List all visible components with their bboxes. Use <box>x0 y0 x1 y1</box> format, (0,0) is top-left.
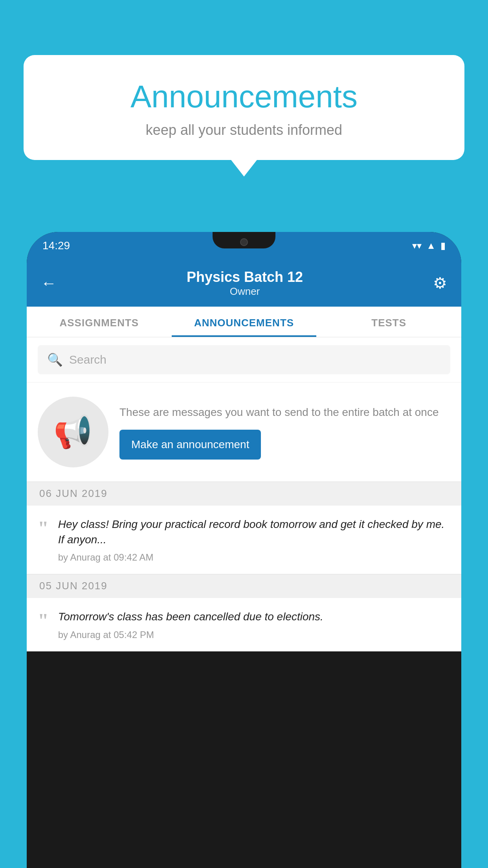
speech-bubble-title: Announcements <box>55 79 433 115</box>
search-placeholder: Search <box>69 353 106 366</box>
speech-bubble-area: Announcements keep all your students inf… <box>24 55 464 160</box>
announcement-content-1: Hey class! Bring your practical record b… <box>58 517 450 563</box>
speech-bubble: Announcements keep all your students inf… <box>24 55 464 160</box>
header-center: Physics Batch 12 Owner <box>187 269 303 298</box>
announcement-icon-circle: 📢 <box>38 397 108 467</box>
announcement-item-1[interactable]: " Hey class! Bring your practical record… <box>27 505 461 574</box>
make-announcement-button[interactable]: Make an announcement <box>119 430 261 460</box>
date-separator-1: 06 JUN 2019 <box>27 482 461 505</box>
user-role: Owner <box>187 285 303 298</box>
empty-content: These are messages you want to send to t… <box>119 405 450 459</box>
search-bar[interactable]: 🔍 Search <box>38 345 450 374</box>
tab-assignments[interactable]: ASSIGNMENTS <box>27 307 172 337</box>
tab-announcements[interactable]: ANNOUNCEMENTS <box>172 307 317 337</box>
battery-icon: ▮ <box>440 240 446 251</box>
announcement-meta-1: by Anurag at 09:42 AM <box>58 552 450 563</box>
date-separator-2: 05 JUN 2019 <box>27 574 461 598</box>
status-time: 14:29 <box>42 239 70 252</box>
search-icon: 🔍 <box>47 352 63 367</box>
announcement-content-2: Tomorrow's class has been cancelled due … <box>58 609 450 640</box>
empty-state: 📢 These are messages you want to send to… <box>27 382 461 482</box>
back-button[interactable]: ← <box>41 274 57 292</box>
signal-icon: ▲ <box>426 240 436 251</box>
tab-tests[interactable]: TESTS <box>316 307 461 337</box>
phone-mockup: 14:29 ▾▾ ▲ ▮ ← Physics Batch 12 Owner ⚙ … <box>27 232 461 868</box>
announcement-meta-2: by Anurag at 05:42 PM <box>58 629 450 640</box>
app-header: ← Physics Batch 12 Owner ⚙ <box>27 259 461 307</box>
status-icons: ▾▾ ▲ ▮ <box>412 240 446 251</box>
search-container: 🔍 Search <box>27 337 461 382</box>
speech-bubble-subtitle: keep all your students informed <box>55 122 433 138</box>
empty-description: These are messages you want to send to t… <box>119 405 450 420</box>
announcement-text-2: Tomorrow's class has been cancelled due … <box>58 609 450 624</box>
quote-icon-1: " <box>38 518 49 538</box>
quote-icon-2: " <box>38 611 49 630</box>
wifi-icon: ▾▾ <box>412 240 422 251</box>
status-bar: 14:29 ▾▾ ▲ ▮ <box>27 232 461 259</box>
tab-bar: ASSIGNMENTS ANNOUNCEMENTS TESTS <box>27 307 461 337</box>
phone-outer: 14:29 ▾▾ ▲ ▮ ← Physics Batch 12 Owner ⚙ … <box>27 232 461 868</box>
megaphone-icon: 📢 <box>53 414 93 451</box>
announcement-item-2[interactable]: " Tomorrow's class has been cancelled du… <box>27 598 461 651</box>
front-camera <box>240 238 248 246</box>
settings-icon[interactable]: ⚙ <box>433 274 447 292</box>
notch <box>213 232 275 248</box>
announcement-text-1: Hey class! Bring your practical record b… <box>58 517 450 547</box>
batch-title: Physics Batch 12 <box>187 269 303 285</box>
